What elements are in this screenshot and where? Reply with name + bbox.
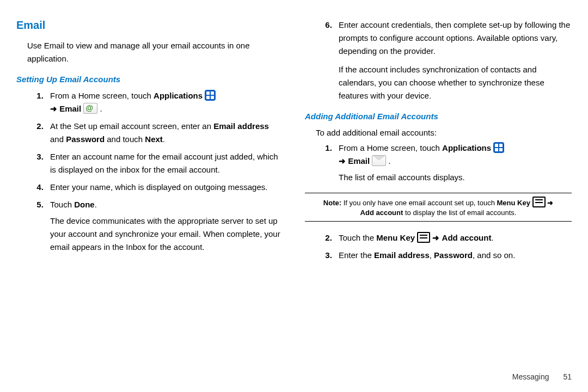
- text: Email address: [213, 121, 269, 131]
- email-label: Email: [59, 104, 81, 113]
- text: .: [491, 233, 493, 242]
- step-3: Enter an account name for the email acco…: [46, 150, 283, 176]
- right-column: Enter account credentials, then complete…: [305, 16, 572, 365]
- text: Touch the: [339, 233, 376, 242]
- step-4: Enter your name, which is displayed on o…: [46, 181, 283, 194]
- intro-text: Use Email to view and manage all your em…: [27, 39, 283, 65]
- applications-label: Applications: [442, 143, 491, 152]
- add-step-3: Enter the Email address, Password, and s…: [334, 249, 572, 262]
- text: .: [95, 200, 97, 209]
- text: ,: [430, 250, 434, 260]
- text: Password: [66, 134, 105, 144]
- text: Menu Key: [497, 199, 530, 207]
- text: Next: [145, 134, 163, 144]
- page-number: 51: [563, 372, 572, 381]
- arrow-icon: ➜: [50, 104, 57, 113]
- text: and touch: [105, 134, 145, 144]
- text: , and so on.: [473, 250, 515, 260]
- arrow-icon: ➜: [547, 199, 553, 207]
- text: .: [163, 134, 165, 144]
- step-5-follow: The device communicates with the appropr…: [50, 215, 283, 254]
- step-2: At the Set up email account screen, ente…: [46, 120, 283, 146]
- email-icon: [372, 155, 386, 166]
- section-title: Email: [16, 16, 283, 34]
- subhead-setting-up: Setting Up Email Accounts: [16, 73, 283, 86]
- setup-steps: From a Home screen, touch Applications ➜…: [27, 89, 283, 254]
- text: At the Set up email account screen, ente…: [50, 121, 213, 131]
- add-steps-cont: Touch the Menu Key ➜ Add account. Enter …: [316, 231, 572, 262]
- note-box: Note: If you only have one email account…: [305, 193, 572, 222]
- menu-key-icon: [417, 232, 430, 243]
- text: Done: [74, 200, 95, 209]
- add-step1-follow: The list of email accounts displays.: [339, 171, 572, 184]
- applications-label: Applications: [154, 91, 203, 100]
- page: Email Use Email to view and manage all y…: [0, 0, 588, 370]
- left-column: Email Use Email to view and manage all y…: [16, 16, 283, 365]
- text: Email address: [374, 250, 430, 260]
- intro2: To add additional email accounts:: [316, 126, 572, 139]
- chapter-name: Messaging: [512, 372, 549, 381]
- step-1: From a Home screen, touch Applications ➜…: [46, 89, 283, 115]
- text: Enter account credentials, then complete…: [339, 20, 570, 56]
- add-steps: From a Home screen, touch Applications ➜…: [316, 142, 572, 184]
- text: to display the list of email accounts.: [403, 209, 516, 217]
- subhead-adding: Adding Additional Email Accounts: [305, 110, 572, 123]
- step-5: Touch Done. The device communicates with…: [46, 198, 283, 254]
- menu-key-icon: [532, 197, 546, 207]
- text: Add account: [442, 233, 492, 242]
- text: Touch: [50, 200, 74, 209]
- step-6: Enter account credentials, then complete…: [334, 19, 572, 102]
- text: and: [50, 134, 66, 144]
- text: From a Home screen, touch: [339, 143, 442, 152]
- applications-icon: [493, 142, 504, 153]
- text: Enter the: [339, 250, 374, 260]
- step-6-follow: If the account includes synchronization …: [339, 63, 572, 102]
- text: Menu Key: [376, 233, 415, 242]
- text: If you only have one email account set u…: [341, 199, 497, 207]
- arrow-icon: ➜: [432, 233, 439, 242]
- text: Password: [434, 250, 473, 260]
- add-step-1: From a Home screen, touch Applications ➜…: [334, 142, 572, 184]
- text: From a Home screen, touch: [50, 91, 154, 100]
- page-footer: Messaging 51: [0, 370, 588, 381]
- setup-steps-cont: Enter account credentials, then complete…: [316, 19, 572, 102]
- applications-icon: [205, 90, 216, 101]
- email-icon: [83, 103, 97, 114]
- arrow-icon: ➜: [339, 156, 346, 166]
- note-label: Note:: [323, 199, 341, 207]
- text: Add account: [360, 209, 403, 217]
- email-label: Email: [348, 156, 370, 166]
- add-step-2: Touch the Menu Key ➜ Add account.: [334, 231, 572, 244]
